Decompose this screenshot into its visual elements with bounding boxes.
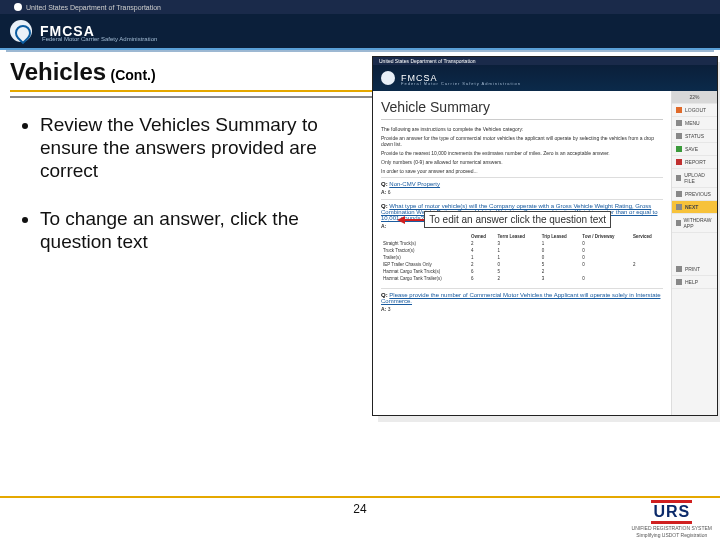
table-cell: 3: [496, 240, 540, 247]
table-cell: [631, 240, 663, 247]
table-cell: [631, 254, 663, 261]
status-button[interactable]: STATUS: [672, 130, 717, 143]
table-cell: 0: [580, 275, 631, 282]
table-cell: 6: [469, 275, 496, 282]
fmcsa-logo-icon: [10, 20, 32, 42]
vs-p3: Only numbers (0-9) are allowed for numer…: [381, 159, 663, 165]
answer-row: A: 6: [381, 189, 663, 195]
th: Serviced: [631, 233, 663, 240]
table-cell: 0: [540, 247, 581, 254]
callout-box: To edit an answer click the question tex…: [424, 211, 611, 228]
table-cell: 0: [580, 247, 631, 254]
progress-badge: 22%: [672, 91, 717, 104]
question-row: Q: Non-CMV Property: [381, 177, 663, 189]
question-row: Q: Please provide the number of Commerci…: [381, 288, 663, 306]
label: SAVE: [685, 146, 698, 152]
page-title-suffix: (Cont.): [111, 67, 156, 83]
answer-value: 3: [388, 306, 391, 312]
bullet-list: Review the Vehicles Summary to ensure th…: [10, 114, 340, 254]
th: Term Leased: [496, 233, 540, 240]
footer-rule: [0, 496, 720, 498]
save-button[interactable]: SAVE: [672, 143, 717, 156]
save-icon: [676, 146, 682, 152]
shot-logo-icon: [381, 71, 395, 85]
withdraw-button[interactable]: WITHDRAW APP: [672, 214, 717, 233]
menu-icon: [676, 120, 682, 126]
progress-value: 22%: [689, 94, 699, 100]
table-cell: 5: [496, 268, 540, 275]
brand-header: FMCSA Federal Motor Carrier Safety Admin…: [0, 14, 720, 50]
label: PREVIOUS: [685, 191, 711, 197]
upload-button[interactable]: UPLOAD FILE: [672, 169, 717, 188]
urs-sub1: UNIFIED REGISTRATION SYSTEM: [632, 525, 712, 531]
table-cell: 4: [469, 247, 496, 254]
table-cell: 5: [540, 261, 581, 268]
print-button[interactable]: PRINT: [672, 263, 717, 276]
vs-intro: The following are instructions to comple…: [381, 126, 663, 132]
previous-button[interactable]: PREVIOUS: [672, 188, 717, 201]
table-cell: 6: [469, 268, 496, 275]
upload-icon: [676, 175, 681, 181]
table-cell: 2: [469, 240, 496, 247]
a-label: A:: [381, 189, 386, 195]
table-cell: [631, 247, 663, 254]
label: REPORT: [685, 159, 706, 165]
answer-value: 6: [388, 189, 391, 195]
table-row: Hazmat Cargo Tank Truck(s)652: [381, 268, 663, 275]
table-cell: 3: [540, 275, 581, 282]
table-cell: 2: [469, 261, 496, 268]
logout-button[interactable]: LOGOUT: [672, 104, 717, 117]
shot-sidebar: 22% LOGOUT MENU STATUS SAVE REPORT UPLOA…: [671, 91, 717, 415]
shot-gov-bar: United States Department of Transportati…: [373, 57, 717, 65]
footer: 24 URS UNIFIED REGISTRATION SYSTEM Simpl…: [0, 496, 720, 540]
table-cell: 2: [540, 268, 581, 275]
table-cell: 0: [580, 240, 631, 247]
shot-main: Vehicle Summary The following are instru…: [373, 91, 671, 415]
table-cell: 1: [496, 247, 540, 254]
table-cell: IEP Trailer Chassis Only: [381, 261, 469, 268]
brand-subtitle: Federal Motor Carrier Safety Administrat…: [42, 36, 157, 42]
label: MENU: [685, 120, 700, 126]
table-cell: Trailer(s): [381, 254, 469, 261]
table-cell: 2: [496, 275, 540, 282]
chevron-left-icon: [676, 191, 682, 197]
divider: [381, 119, 663, 120]
page-number: 24: [353, 502, 366, 516]
table-cell: [631, 268, 663, 275]
table-row: Truck Tractor(s)4100: [381, 247, 663, 254]
table-row: Trailer(s)1100: [381, 254, 663, 261]
table-row: Straight Truck(s)2310: [381, 240, 663, 247]
question-link[interactable]: Please provide the number of Commercial …: [381, 292, 660, 304]
label: WITHDRAW APP: [684, 217, 713, 229]
question-link[interactable]: Non-CMV Property: [389, 181, 440, 187]
table-cell: 0: [580, 254, 631, 261]
q-label: Q:: [381, 181, 388, 187]
gov-header-text: United States Department of Transportati…: [26, 4, 161, 11]
table-cell: 1: [540, 240, 581, 247]
label: NEXT: [685, 204, 698, 210]
vs-p4: In order to save your answer and proceed…: [381, 168, 663, 174]
answer-row: A: 3: [381, 306, 663, 312]
table-row: IEP Trailer Chassis Only20502: [381, 261, 663, 268]
a-label: A:: [381, 223, 386, 229]
menu-button[interactable]: MENU: [672, 117, 717, 130]
shot-brand-bar: FMCSA Federal Motor Carrier Safety Admin…: [373, 65, 717, 91]
th: Trip Leased: [540, 233, 581, 240]
vehicle-table: Owned Term Leased Trip Leased Tow / Driv…: [381, 233, 663, 282]
urs-sub2: Simplifying USDOT Registration: [632, 532, 712, 538]
help-button[interactable]: HELP: [672, 276, 717, 289]
logout-icon: [676, 107, 682, 113]
label: PRINT: [685, 266, 700, 272]
table-cell: 0: [580, 261, 631, 268]
report-button[interactable]: REPORT: [672, 156, 717, 169]
urs-mark: URS: [651, 500, 692, 524]
help-icon: [676, 279, 682, 285]
chevron-right-icon: [676, 204, 682, 210]
table-cell: 1: [469, 254, 496, 261]
report-icon: [676, 159, 682, 165]
print-icon: [676, 266, 682, 272]
next-button[interactable]: NEXT: [672, 201, 717, 214]
a-label: A:: [381, 306, 386, 312]
vs-p1: Provide an answer for the type of commer…: [381, 135, 663, 147]
label: UPLOAD FILE: [684, 172, 713, 184]
